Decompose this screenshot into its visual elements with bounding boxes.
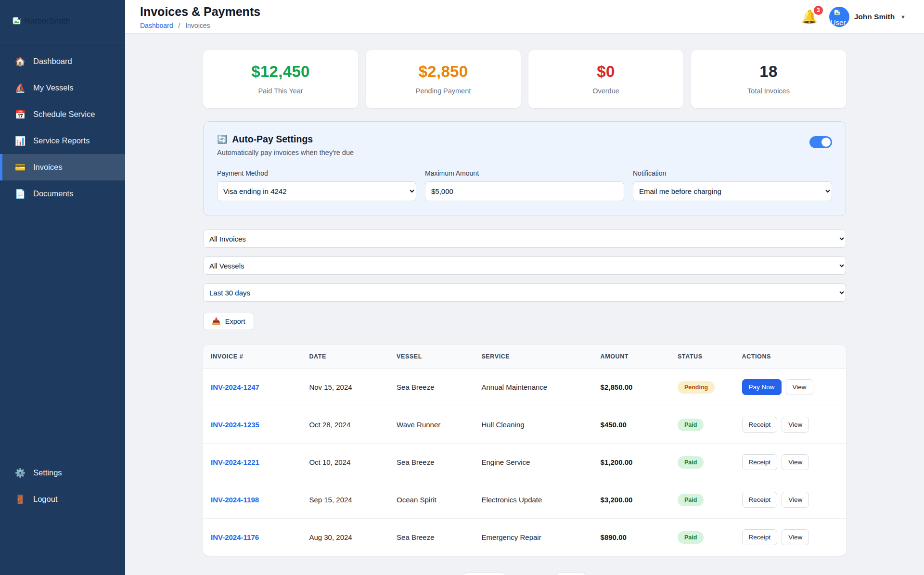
autopay-subtitle: Automatically pay invoices when they're … (217, 149, 354, 156)
export-button[interactable]: 📥 Export (203, 313, 254, 330)
sidebar-item-invoices[interactable]: 💳Invoices (0, 154, 125, 180)
top-header: Invoices & Payments Dashboard / Invoices… (125, 0, 924, 34)
stat-value: $2,850 (371, 63, 516, 81)
invoice-link[interactable]: INV-2024-1176 (211, 533, 259, 541)
next-page-button[interactable]: Next (556, 573, 587, 575)
autopay-toggle[interactable] (809, 136, 832, 148)
status-badge: Paid (678, 494, 704, 506)
sidebar-item-service-reports[interactable]: 📊Service Reports (0, 128, 125, 154)
table-row: INV-2024-1176Aug 30, 2024Sea BreezeEmerg… (203, 519, 846, 556)
status-badge: Pending (678, 381, 715, 394)
breadcrumb-dashboard-link[interactable]: Dashboard (140, 22, 173, 29)
sidebar-item-my-vessels[interactable]: ⛵My Vessels (0, 75, 125, 101)
logout-icon: 🚪 (14, 494, 26, 505)
breadcrumb-separator: / (178, 22, 180, 29)
autopay-heading: 🔄 Auto-Pay Settings Automatically pay in… (217, 134, 354, 156)
invoice-link[interactable]: INV-2024-1247 (211, 383, 259, 391)
payment-method-select[interactable]: Visa ending in 4242 (217, 181, 416, 201)
sidebar-item-label: Service Reports (33, 136, 90, 145)
invoice-link[interactable]: INV-2024-1198 (211, 496, 259, 504)
date-range-filter[interactable]: Last 30 days (203, 283, 846, 302)
chevron-down-icon: ▼ (900, 14, 906, 20)
stat-label: Paid This Year (208, 87, 353, 95)
receipt-button[interactable]: Receipt (742, 417, 778, 433)
stat-label: Total Invoices (696, 87, 841, 95)
column-header-actions: ACTIONS (734, 345, 847, 369)
status-badge: Paid (678, 419, 704, 431)
field-label: Notification (633, 169, 832, 177)
sidebar-item-logout[interactable]: 🚪Logout (0, 486, 125, 512)
content-area: $12,450Paid This Year$2,850Pending Payme… (125, 34, 924, 575)
invoice-link[interactable]: INV-2024-1221 (211, 458, 259, 466)
invoice-date: Nov 15, 2024 (301, 369, 389, 406)
invoices-table-card: INVOICE #DATEVESSELSERVICEAMOUNTSTATUSAC… (203, 345, 846, 556)
view-button[interactable]: View (782, 454, 809, 470)
user-name: John Smith (854, 13, 895, 21)
invoices-table: INVOICE #DATEVESSELSERVICEAMOUNTSTATUSAC… (203, 345, 846, 556)
invoice-status-filter[interactable]: All Invoices (203, 230, 846, 248)
dashboard-icon: 🏠 (14, 56, 26, 67)
column-header-service: SERVICE (474, 345, 592, 369)
column-header-invoice-: INVOICE # (203, 345, 301, 369)
view-button[interactable]: View (782, 492, 809, 508)
sidebar-item-settings[interactable]: ⚙️Settings (0, 460, 125, 486)
pay-now-button[interactable]: Pay Now (742, 379, 782, 395)
receipt-button[interactable]: Receipt (742, 454, 778, 470)
view-button[interactable]: View (786, 379, 813, 395)
stat-card-overdue: $0Overdue (528, 50, 683, 108)
service-reports-icon: 📊 (14, 136, 26, 146)
notification-select[interactable]: Email me before charging (633, 181, 832, 201)
breadcrumb: Dashboard / Invoices (140, 22, 260, 29)
stat-card-total-invoices: 18Total Invoices (691, 50, 846, 108)
invoice-service: Engine Service (474, 444, 592, 481)
sidebar-item-dashboard[interactable]: 🏠Dashboard (0, 48, 125, 75)
field-notification: NotificationEmail me before charging (633, 169, 832, 201)
sidebar: HarborSmith 🏠Dashboard⛵My Vessels📅Schedu… (0, 0, 125, 575)
invoice-amount: $890.00 (601, 533, 627, 541)
user-menu[interactable]: User John Smith ▼ (829, 7, 906, 27)
pagination: Previous Page 1 of 4 Next (203, 573, 846, 575)
stat-label: Overdue (533, 87, 679, 95)
stat-value: $12,450 (208, 63, 353, 81)
header-left: Invoices & Payments Dashboard / Invoices (140, 4, 260, 29)
stat-card-pending-payment: $2,850Pending Payment (366, 50, 521, 108)
invoice-link[interactable]: INV-2024-1235 (211, 421, 259, 429)
row-actions: Pay NowView (734, 369, 847, 406)
sidebar-item-documents[interactable]: 📄Documents (0, 180, 125, 207)
main-column: Invoices & Payments Dashboard / Invoices… (125, 0, 924, 575)
invoice-date: Oct 28, 2024 (301, 406, 389, 444)
settings-icon: ⚙️ (14, 468, 26, 478)
sidebar-item-label: Dashboard (33, 57, 72, 66)
autopay-fields: Payment MethodVisa ending in 4242Maximum… (217, 169, 832, 201)
vessel-filter[interactable]: All Vessels (203, 256, 846, 275)
row-actions: ReceiptView (734, 481, 847, 519)
app-logo: HarborSmith (0, 0, 125, 42)
status-badge: Paid (678, 456, 704, 469)
receipt-button[interactable]: Receipt (742, 529, 778, 545)
field-label: Maximum Amount (425, 169, 624, 177)
view-button[interactable]: View (782, 417, 809, 433)
maximum-amount-input[interactable] (425, 181, 624, 201)
sidebar-item-label: Documents (33, 189, 73, 198)
invoice-amount: $450.00 (601, 421, 627, 429)
notification-badge: 3 (814, 6, 823, 15)
invoice-date: Sep 15, 2024 (301, 481, 389, 519)
previous-page-button[interactable]: Previous (462, 573, 506, 575)
invoice-amount: $3,200.00 (601, 496, 633, 504)
sidebar-item-label: Invoices (33, 163, 63, 172)
table-row: INV-2024-1221Oct 10, 2024Sea BreezeEngin… (203, 444, 846, 481)
autopay-title: Auto-Pay Settings (232, 134, 313, 145)
receipt-button[interactable]: Receipt (742, 492, 778, 508)
sidebar-footer-nav: ⚙️Settings🚪Logout (0, 454, 125, 512)
notifications-button[interactable]: 🔔 3 (801, 9, 818, 25)
broken-image-icon (13, 17, 22, 26)
invoice-service: Emergency Repair (474, 519, 592, 556)
sidebar-item-schedule-service[interactable]: 📅Schedule Service (0, 101, 125, 128)
column-header-date: DATE (301, 345, 389, 369)
invoice-date: Aug 30, 2024 (301, 519, 389, 556)
avatar: User (829, 7, 849, 27)
sidebar-item-label: Logout (33, 495, 57, 504)
view-button[interactable]: View (782, 529, 809, 545)
documents-icon: 📄 (14, 189, 26, 199)
sidebar-nav: 🏠Dashboard⛵My Vessels📅Schedule Service📊S… (0, 42, 125, 207)
